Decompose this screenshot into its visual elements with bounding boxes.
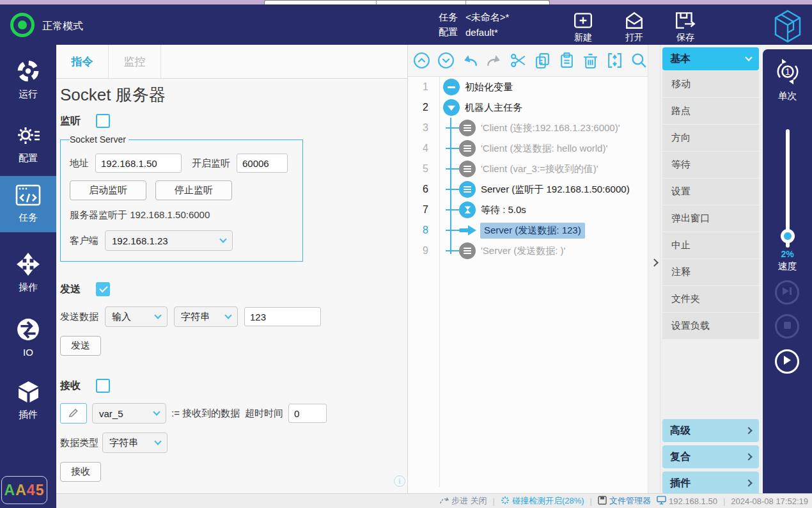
start-listen-button[interactable]: 启动监听 (70, 180, 146, 200)
badge-char: A (15, 482, 27, 499)
step-mode-status[interactable]: 步进 关闭 (439, 495, 487, 507)
collapse-all-icon[interactable] (413, 52, 431, 70)
stop-button[interactable] (775, 314, 799, 338)
undo-icon[interactable] (461, 52, 479, 70)
tree-row-1[interactable]: 1 初始化变量 (408, 77, 648, 97)
sidebar-item-run[interactable]: 运行 (0, 55, 56, 100)
client-select[interactable]: 192.168.1.23 (105, 230, 233, 251)
send-button[interactable]: 发送 (60, 336, 101, 356)
cmd-item-direction[interactable]: 方向 (662, 125, 759, 151)
robot-id-badge[interactable]: AA45 (1, 476, 47, 504)
sidebar-item-io[interactable]: IO (0, 314, 56, 358)
port-input[interactable] (237, 154, 288, 173)
info-icon[interactable]: i (394, 475, 405, 487)
io-icon (16, 333, 40, 344)
file-manager-text: 文件管理器 (609, 495, 651, 507)
file-manager-link[interactable]: 文件管理器 (598, 495, 651, 507)
line-number: 5 (408, 163, 435, 175)
sidebar-item-operate[interactable]: 操作 (0, 248, 56, 294)
sidebar-item-label: IO (0, 347, 56, 358)
cmd-item-popup[interactable]: 弹出窗口 (662, 205, 759, 232)
collapse-node-icon[interactable] (443, 79, 460, 95)
tree-row-8-selected[interactable]: 8 Server (发送数据: 123) (408, 220, 648, 241)
single-run-button[interactable]: 1 单次 (763, 57, 812, 102)
speed-label: 速度 (763, 260, 812, 273)
tab-bar: 指令 监控 (56, 45, 407, 79)
panel-expand-handle[interactable] (648, 45, 660, 493)
sidebar-item-plugin[interactable]: 插件 (0, 376, 56, 421)
category-basic-header[interactable]: 基本 (662, 47, 759, 70)
stop-listen-button[interactable]: 停止监听 (155, 180, 232, 200)
open-button[interactable]: 打开 (614, 10, 655, 44)
category-advanced[interactable]: 高级 (662, 419, 759, 442)
tree-row-9[interactable]: 9 'Server (发送数据: )' (408, 241, 648, 261)
tree-row-2[interactable]: 2 机器人主任务 (408, 97, 648, 118)
cut-icon[interactable] (510, 52, 527, 70)
cmd-item-folder[interactable]: 文件夹 (662, 286, 759, 312)
status-bar: 步进 关闭 | 碰撞检测开启(28%) | 文件管理器 (56, 493, 812, 508)
tree-row-3[interactable]: 3 'Client (连接:192.168.1.23:6000)' (408, 118, 648, 138)
sidebar-item-task[interactable]: 任务 (0, 176, 56, 232)
task-info: 任务 <未命名>* 配置 default* (439, 10, 509, 40)
fold-node-icon[interactable] (606, 52, 624, 70)
save-button[interactable]: 保存 (665, 10, 706, 44)
send-type-select[interactable]: 字符串 (174, 306, 238, 327)
send-value-input[interactable] (244, 307, 321, 326)
play-button[interactable] (775, 349, 799, 374)
category-composite[interactable]: 复合 (662, 445, 759, 468)
receive-button[interactable]: 接收 (60, 462, 101, 482)
screen-top-strip (0, 0, 812, 4)
cmd-item-wait[interactable]: 等待 (662, 152, 759, 178)
send-source-select[interactable]: 输入 (105, 306, 168, 327)
cmd-item-set[interactable]: 设置 (662, 179, 759, 205)
node-label: Server (监听于 192.168.1.50:6000) (481, 184, 630, 196)
cmd-item-abort[interactable]: 中止 (662, 232, 759, 258)
tree-row-4[interactable]: 4 'Client (发送数据: hello world)' (408, 138, 648, 159)
tree-row-5[interactable]: 5 'Client (var_3:=接收到的值)' (408, 159, 648, 179)
timeout-input[interactable] (288, 404, 327, 423)
chevron-right-icon (745, 453, 752, 460)
cmd-item-payload[interactable]: 设置负载 (662, 313, 759, 339)
redo-icon[interactable] (485, 52, 503, 70)
node-label: 机器人主任务 (465, 102, 522, 114)
chevron-down-icon (154, 312, 161, 319)
send-data-label: 发送数据 (60, 311, 98, 323)
datatype-select[interactable]: 字符串 (102, 433, 168, 453)
tree-row-7[interactable]: 7 等待 : 5.0s (408, 200, 648, 220)
delete-icon[interactable] (582, 52, 600, 70)
expand-node-icon[interactable] (443, 99, 460, 116)
speed-slider-thumb[interactable] (781, 229, 795, 243)
new-button[interactable]: 新建 (563, 10, 604, 44)
chevron-down-icon (745, 54, 752, 61)
comment-node-icon (459, 120, 476, 136)
copy-icon[interactable] (534, 52, 552, 70)
tab-monitor[interactable]: 监控 (109, 45, 161, 78)
receive-var-select[interactable]: var_5 (92, 403, 166, 424)
send-checkbox[interactable] (96, 282, 110, 296)
address-label: 地址 (70, 157, 89, 170)
tree-row-6[interactable]: 6 Server (监听于 192.168.1.50:6000) (408, 179, 648, 200)
line-number: 6 (408, 184, 435, 195)
sidebar-item-config[interactable]: 配置 (0, 119, 56, 164)
expand-all-icon[interactable] (437, 52, 455, 70)
cmd-item-move[interactable]: 移动 (662, 71, 759, 97)
program-tree-panel: 1 初始化变量 2 机器人主任务 3 'Client (连接:192.168.1… (408, 45, 648, 493)
address-input[interactable] (95, 154, 182, 173)
tab-command[interactable]: 指令 (56, 45, 109, 78)
cmd-item-waypoint[interactable]: 路点 (662, 98, 759, 124)
search-icon[interactable] (630, 52, 648, 70)
badge-char: 5 (36, 482, 45, 499)
single-run-label: 单次 (763, 90, 812, 102)
collision-status[interactable]: 碰撞检测开启(28%) (501, 495, 584, 507)
category-plugin[interactable]: 插件 (662, 472, 759, 495)
sidebar-item-label: 配置 (0, 152, 56, 164)
receive-checkbox[interactable] (96, 379, 110, 393)
listen-checkbox[interactable] (96, 114, 110, 128)
paste-icon[interactable] (558, 52, 575, 70)
step-next-button[interactable] (775, 280, 799, 305)
timeout-label: 超时时间 (245, 408, 283, 420)
cmd-item-comment[interactable]: 注释 (662, 259, 759, 285)
edit-variable-button[interactable] (60, 403, 87, 424)
node-label: Server (发送数据: 123) (480, 223, 585, 239)
line-number: 1 (408, 81, 435, 93)
